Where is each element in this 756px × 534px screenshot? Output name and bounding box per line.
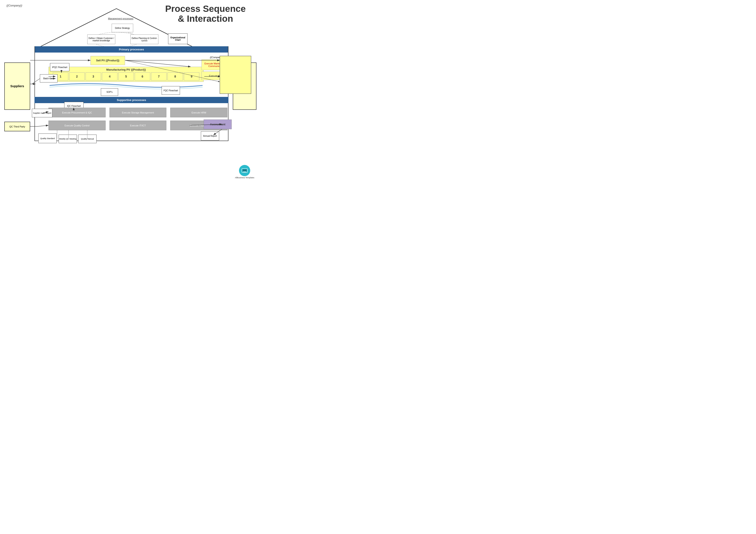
ipqc-label: IPQC Flowchart xyxy=(52,66,68,68)
exec-it-box: Execute IT/ICT xyxy=(109,120,167,130)
roof-left-label: Define / Obtain Customer / market knowle… xyxy=(88,37,115,42)
exec-marketing-label: Execute Marketing and Communication xyxy=(203,62,230,67)
org-chart-label: Organizational Chart xyxy=(168,37,187,41)
step-9: 9 xyxy=(184,72,199,81)
step-3: 3 xyxy=(86,72,101,81)
quality-manual-label: Quality Manual xyxy=(81,138,94,140)
define-strategy-label: Define Strategy xyxy=(115,27,130,29)
fqc-label: FQC Flowchart xyxy=(164,89,178,92)
batch-card-box: Batch Card xyxy=(40,74,58,83)
step-5: 5 xyxy=(118,72,134,81)
sop-label: SOP's xyxy=(106,91,113,93)
primary-bar: Primary processes xyxy=(35,46,228,53)
allbiz-icon xyxy=(241,168,248,173)
exec-storage-box: Execute Storage Management xyxy=(109,108,167,117)
exec-procurement-label: Execute Procurement & IQC xyxy=(62,111,92,114)
weekly-qc-label: Weekly QC Meeting xyxy=(59,138,76,140)
iqc-label: IQC Flowchart xyxy=(67,105,81,107)
supplier-audit-label: Supplier Audit Report xyxy=(33,112,51,114)
supplier-audit-box: Supplier Audit Report xyxy=(32,109,52,117)
roof-right-box: Define Planning & Control-cyclus xyxy=(130,35,158,44)
exec-hrm-box: Execute HRM xyxy=(170,108,228,117)
exec-marketing-box: Execute Marketing and Communication xyxy=(202,60,232,70)
step-2: 2 xyxy=(69,72,85,81)
exec-qc-label: Execute Quality Control xyxy=(65,124,90,127)
ipqc-box: IPQC Flowchart xyxy=(50,63,69,71)
clients-box: Clients xyxy=(233,63,256,110)
steps-row: 1 2 3 4 5 6 7 8 9 xyxy=(50,72,202,81)
exec-procurement-box: Execute Procurement & IQC xyxy=(48,108,106,117)
annual-report-box: Annual Report xyxy=(201,131,219,140)
annual-report-label: Annual Report xyxy=(203,135,217,137)
batch-card-label: Batch Card xyxy=(43,77,54,80)
sell-pv-box: Sell PV {{Product}} xyxy=(91,56,125,65)
clients-label: Clients xyxy=(240,85,250,88)
allbiz-circle xyxy=(239,165,250,176)
fqc-box: FQC Flowchart xyxy=(162,86,180,95)
step-8: 8 xyxy=(168,72,183,81)
company-right-label: {{Company}} xyxy=(202,56,232,59)
allbiz-label: AllBusiness Templates xyxy=(235,177,254,179)
exec-sales-box: Execute Sales xyxy=(202,71,232,80)
company-top-left: {{Company}} xyxy=(7,4,22,7)
roof-area: Management processes Define Strategy Def… xyxy=(35,7,198,50)
org-chart-box: Organizational Chart xyxy=(168,33,187,44)
exec-storage-label: Execute Storage Management xyxy=(122,111,154,114)
manufacturing-area: Manufacturing PV {{Product}} 1 2 3 4 5 6… xyxy=(48,67,204,82)
sop-box: SOP's xyxy=(101,88,118,96)
accountant-box: Accountant xyxy=(204,119,232,129)
roof-left-box: Define / Obtain Customer / market knowle… xyxy=(87,35,115,44)
quality-manual-box: Quality Manual xyxy=(78,135,96,143)
qc-third-party-box: QC Third Party xyxy=(4,122,30,131)
exec-it-label: Execute IT/ICT xyxy=(130,124,146,127)
svg-rect-3 xyxy=(242,169,247,171)
manufacturing-label: Manufacturing PV {{Product}} xyxy=(50,68,202,71)
define-strategy-box: Define Strategy xyxy=(112,24,133,32)
roof-right-label: Define Planning & Control-cyclus xyxy=(131,37,158,42)
mgmt-label: Management processes xyxy=(103,17,138,20)
step-7: 7 xyxy=(151,72,167,81)
step-4: 4 xyxy=(102,72,118,81)
suppliers-label: Suppliers xyxy=(10,85,24,88)
exec-sales-label: Execute Sales xyxy=(209,74,224,77)
exec-qc-box: Execute Quality Control xyxy=(48,120,106,130)
supportive-bar: Supportive processes xyxy=(35,97,229,103)
accountant-label: Accountant xyxy=(210,123,226,126)
company-right-container: {{Company}} Execute Marketing and Commun… xyxy=(202,56,232,80)
quality-standard-label: Quality Standard xyxy=(40,138,55,140)
weekly-qc-box: Weekly QC Meeting xyxy=(59,135,77,143)
step-6: 6 xyxy=(135,72,150,81)
sell-pv-label: Sell PV {{Product}} xyxy=(96,59,120,62)
supportive-row2: Execute Quality Control Execute IT/ICT E… xyxy=(48,120,228,130)
suppliers-box: Suppliers xyxy=(4,63,30,110)
allbiz-logo: AllBusiness Templates xyxy=(235,165,254,179)
supportive-row1: Execute Procurement & IQC Execute Storag… xyxy=(48,108,228,117)
quality-standard-box: Quality Standard xyxy=(39,134,57,143)
exec-hrm-label: Execute HRM xyxy=(192,111,206,114)
qc-third-party-label: QC Third Party xyxy=(9,125,25,128)
svg-rect-4 xyxy=(243,172,246,172)
